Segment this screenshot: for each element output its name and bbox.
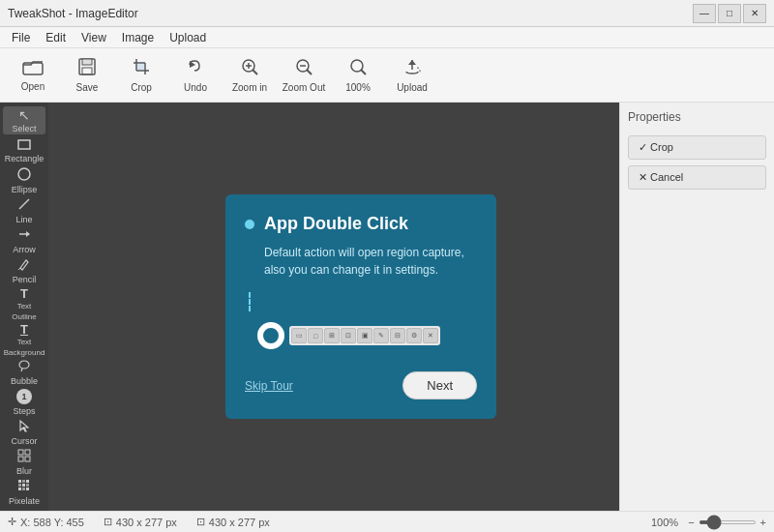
tool-arrow[interactable]: Arrow [3, 226, 45, 254]
pixelate-label: Pixelate [9, 496, 40, 506]
text-outline-sublabel: Outline [12, 312, 36, 321]
rectangle-icon [17, 138, 31, 152]
skip-tour-button[interactable]: Skip Tour [245, 379, 293, 393]
tool-pencil[interactable]: Pencil [3, 256, 45, 284]
mini-btn-4: ⊡ [341, 328, 356, 343]
tool-cursor[interactable]: Cursor [3, 419, 45, 447]
menu-view[interactable]: View [74, 29, 114, 46]
open-button[interactable]: Open [8, 52, 58, 99]
svg-line-18 [361, 70, 366, 74]
minimize-button[interactable]: — [693, 4, 716, 23]
popup-dashed-line [249, 292, 477, 311]
tool-ellipse[interactable]: Ellipse [3, 166, 45, 194]
crop-button[interactable]: Crop [116, 52, 166, 99]
menu-edit[interactable]: Edit [38, 29, 74, 46]
upload-button[interactable]: Upload [387, 52, 437, 99]
coordinates-icon: ✛ [8, 516, 16, 528]
tool-blur[interactable]: Blur [3, 449, 45, 477]
svg-rect-31 [25, 457, 30, 461]
zoom-out-icon [294, 57, 313, 79]
upload-icon [402, 57, 422, 79]
mini-btn-9: ✕ [423, 328, 438, 343]
tool-bubble[interactable]: Bubble [3, 359, 45, 387]
zoom-100-icon [348, 57, 368, 79]
blur-icon [17, 449, 31, 464]
pencil-icon [17, 257, 31, 273]
svg-rect-8 [136, 63, 145, 71]
dimensions-value-1: 430 x 277 px [116, 517, 177, 528]
zoom-slider-container: − + [688, 517, 766, 528]
crop-icon [132, 57, 151, 79]
main-area: ↖ Select Rectangle Ellipse Line Arrow [0, 103, 774, 511]
popup-footer: Skip Tour Next [245, 371, 477, 399]
ellipse-label: Ellipse [12, 185, 38, 194]
svg-marker-9 [190, 61, 195, 68]
save-label: Save [76, 82, 99, 93]
tool-steps[interactable]: 1 Steps [3, 389, 45, 417]
tool-rectangle[interactable]: Rectangle [3, 136, 45, 164]
popup-title: App Double Click [264, 214, 408, 234]
zoom-increase-icon[interactable]: + [760, 517, 766, 528]
svg-rect-38 [18, 488, 21, 490]
toolbar: Open Save Crop Undo Zoom in Zoom Out 1 [0, 48, 774, 103]
menu-upload[interactable]: Upload [162, 29, 214, 46]
status-dimensions-2: ⊡ 430 x 277 px [196, 516, 270, 528]
mini-btn-6: ✎ [373, 328, 389, 343]
zoom-slider[interactable] [699, 520, 757, 524]
dimensions-icon-1: ⊡ [104, 516, 112, 528]
popup-description: Default action will open region capture,… [264, 244, 477, 279]
zoom-100-label: 100% [345, 82, 371, 93]
mini-btn-8: ⚙ [406, 328, 422, 343]
zoom-in-button[interactable]: Zoom in [224, 52, 275, 99]
blur-label: Blur [16, 466, 32, 476]
title-text: TweakShot - ImageEditor [8, 7, 138, 20]
save-button[interactable]: Save [62, 52, 112, 99]
zoom-out-button[interactable]: Zoom Out [279, 52, 329, 99]
text-bg-label: Text [17, 338, 32, 346]
cursor-label: Cursor [11, 436, 37, 446]
svg-marker-19 [408, 60, 416, 65]
tool-select[interactable]: ↖ Select [3, 106, 45, 134]
crop-apply-button[interactable]: ✓ Crop [628, 135, 766, 160]
tool-text-background[interactable]: T Text Background [3, 323, 45, 357]
zoom-in-label: Zoom in [232, 82, 267, 93]
svg-point-21 [18, 168, 30, 180]
left-sidebar: ↖ Select Rectangle Ellipse Line Arrow [0, 103, 48, 511]
properties-title: Properties [628, 110, 766, 124]
canvas-area[interactable]: App Double Click Default action will ope… [48, 103, 619, 511]
text-bg-icon: T [20, 323, 28, 336]
zoom-decrease-icon[interactable]: − [688, 517, 694, 528]
tool-text-outline[interactable]: T Text Outline [3, 287, 45, 321]
next-button[interactable]: Next [402, 371, 477, 399]
mini-btn-7: ⊟ [390, 328, 405, 343]
save-icon [77, 57, 97, 79]
steps-label: Steps [13, 406, 35, 416]
svg-line-25 [18, 268, 20, 270]
undo-button[interactable]: Undo [170, 52, 221, 99]
svg-rect-35 [18, 484, 21, 487]
tool-line[interactable]: Line [3, 196, 45, 224]
cancel-button[interactable]: ✕ Cancel [628, 165, 766, 190]
svg-rect-37 [26, 484, 29, 487]
svg-rect-36 [22, 484, 25, 487]
arrow-icon [17, 227, 31, 243]
upload-label: Upload [397, 82, 428, 93]
text-bg-sublabel: Background [4, 348, 45, 357]
svg-line-13 [253, 70, 257, 74]
svg-rect-3 [82, 68, 92, 74]
close-button[interactable]: ✕ [743, 4, 766, 23]
svg-line-22 [19, 199, 29, 209]
maximize-button[interactable]: □ [718, 4, 741, 23]
tutorial-popup: App Double Click Default action will ope… [225, 194, 496, 419]
svg-rect-2 [82, 59, 92, 65]
open-label: Open [21, 81, 45, 92]
tool-pixelate[interactable]: Pixelate [3, 479, 45, 507]
mini-btn-1: ▭ [291, 328, 307, 343]
menu-image[interactable]: Image [114, 29, 162, 46]
menu-file[interactable]: File [4, 29, 38, 46]
zoom-100-button[interactable]: 100% [333, 52, 383, 99]
indicator-circle [254, 319, 287, 352]
mini-toolbar: ▭ □ ⊞ ⊡ ▣ ✎ ⊟ ⚙ ✕ [289, 326, 440, 345]
select-label: Select [12, 124, 36, 133]
status-bar-right: 100% − + [651, 517, 766, 528]
